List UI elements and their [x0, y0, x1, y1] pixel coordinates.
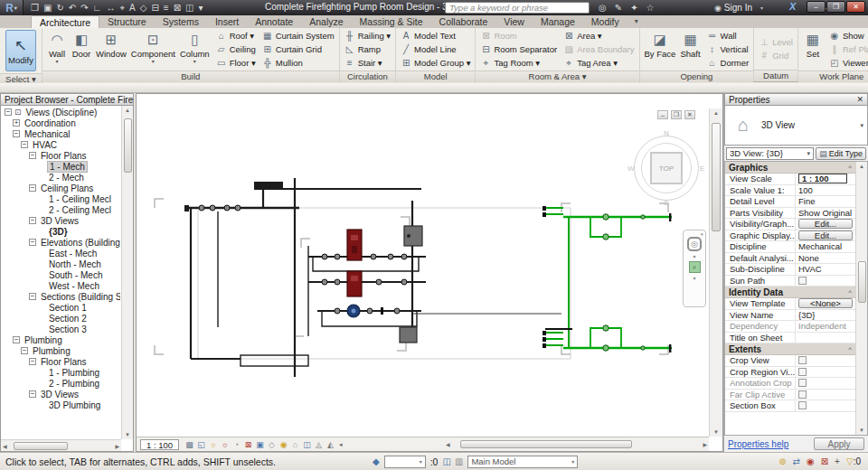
wall-button[interactable]: ═Wall [705, 29, 751, 42]
collapse-icon[interactable]: − [29, 217, 36, 224]
button-view-template[interactable]: <None> [798, 298, 853, 308]
close-button[interactable]: ✕ [846, 1, 865, 13]
collapse-arrow-icon[interactable]: ◂ [339, 441, 343, 448]
grid-button[interactable]: #Grid [757, 49, 795, 62]
tab-view[interactable]: View [495, 15, 533, 28]
default-3d-view-icon[interactable]: ◇ [140, 0, 147, 15]
aligned-dimension-icon[interactable]: ↔ [106, 0, 115, 15]
tree-item-3d-views[interactable]: −3D Views [2, 215, 120, 226]
tab-manage[interactable]: Manage [533, 15, 583, 28]
vertical-button[interactable]: ↕Vertical [705, 42, 751, 56]
tab-systems[interactable]: Systems [155, 15, 207, 28]
checkbox-crop-region-vi[interactable] [798, 368, 807, 376]
button-visibility-graph[interactable]: Edit... [798, 219, 853, 229]
tab-analyze[interactable]: Analyze [301, 15, 351, 28]
sun-settings-icon[interactable]: ◔ [231, 440, 242, 449]
modify-button[interactable]: ↖ Modify [5, 30, 36, 71]
viewcube-south[interactable]: S [664, 199, 668, 207]
set-button[interactable]: ▦Set [801, 29, 825, 70]
worksharing-display-icon[interactable]: ◫ [301, 440, 313, 449]
sign-in-button[interactable]: ◉Sign In▾ [714, 0, 763, 15]
panel-label-datum[interactable]: Datum [754, 70, 797, 81]
exclude-options-icon[interactable]: ⊠ [821, 456, 828, 466]
checkbox-far-clip-active[interactable] [798, 390, 807, 399]
editable-only-icon[interactable]: ⊚ [778, 456, 786, 466]
checkbox-annotation-crop[interactable] [798, 379, 807, 387]
pin-icon[interactable]: ◉ [807, 456, 815, 466]
level-button[interactable]: ⊥Level [757, 35, 795, 49]
by-face-button[interactable]: ◪By Face [643, 29, 678, 70]
crop-view-icon[interactable]: ⊠ [242, 440, 254, 449]
column-button[interactable]: ▯Column▾ [178, 29, 212, 70]
exchange-apps-button[interactable]: X [789, 1, 796, 12]
browser-horizontal-scrollbar[interactable]: ◀▶ [1, 439, 121, 451]
tab-architecture[interactable]: Architecture [31, 15, 99, 28]
tree-item-sections-building-s[interactable]: −Sections (Building S [2, 291, 120, 302]
value-detail-level[interactable]: Fine [798, 196, 815, 206]
viewport-vertical-scrollbar[interactable]: ▲▼ [709, 108, 722, 437]
view-restore-icon[interactable]: ❐ [671, 110, 682, 119]
component-button[interactable]: ⊡Component▾ [129, 29, 177, 70]
panel-label-work-plane[interactable]: Work Plane [798, 70, 868, 82]
value-view-scale[interactable]: 1 : 100 [798, 174, 847, 183]
door-button[interactable]: ◧Door [70, 29, 93, 70]
viewcube-west[interactable]: W [627, 164, 635, 173]
tab-insert[interactable]: Insert [207, 15, 247, 28]
tab-annotate[interactable]: Annotate [247, 15, 301, 28]
tree-item-floor-plans[interactable]: −Floor Plans [2, 356, 120, 367]
value-default-analysi[interactable]: None [798, 253, 819, 263]
undo-icon[interactable]: ↶ [69, 0, 76, 15]
temporary-hide-icon[interactable]: ⌂ [289, 440, 301, 449]
collapse-icon[interactable]: − [29, 184, 36, 192]
viewer-button[interactable]: ◰Viewer [827, 56, 868, 70]
ref-plane-button[interactable]: ∥Ref Plane [827, 42, 868, 56]
tree-item-north-mech[interactable]: North - Mech [2, 258, 120, 269]
application-menu-button[interactable]: R▾ [0, 0, 24, 15]
panel-label-model[interactable]: Model [396, 70, 475, 82]
search-input[interactable]: Type a keyword or phrase [445, 2, 590, 14]
zoom-icon[interactable]: ⌕ [689, 261, 701, 273]
view-close-icon[interactable]: ✕ [684, 110, 695, 119]
analysis-display-icon[interactable]: ◭ [325, 440, 336, 449]
collapse-icon[interactable]: − [29, 293, 36, 300]
curtain-system-button[interactable]: ▦Curtain System [260, 29, 336, 42]
collapse-icon[interactable]: − [5, 108, 12, 116]
sun-path-icon[interactable]: ☼ [207, 440, 219, 449]
checkbox-section-box[interactable] [798, 401, 807, 409]
view-minimize-icon[interactable]: ‒ [657, 110, 668, 119]
chevron-down-icon[interactable]: ▾ [693, 253, 695, 259]
collapse-icon[interactable]: − [29, 152, 36, 159]
visual-style-icon[interactable]: ◱ [195, 440, 207, 449]
show-button[interactable]: ◉Show [827, 29, 868, 42]
subscription-icon[interactable]: ✎ [615, 3, 622, 13]
browser-vertical-scrollbar[interactable]: ▲▼ [121, 106, 133, 439]
section-graphics[interactable]: Graphics^ [725, 162, 855, 174]
expand-icon[interactable]: + [13, 119, 20, 127]
worksets-icon[interactable]: ◆ [373, 456, 380, 466]
design-option-dropdown[interactable]: Main Model▾ [467, 456, 578, 468]
viewcube[interactable]: N S W E TOP [627, 128, 706, 208]
tab-massing-site[interactable]: Massing & Site [352, 15, 431, 28]
apply-button[interactable]: Apply [814, 437, 864, 450]
redo-icon[interactable]: ↷ [80, 0, 88, 15]
pin-icon[interactable]: ^ [848, 288, 852, 296]
tree-item-3d[interactable]: {3D} [2, 226, 120, 237]
pin-icon[interactable]: ^ [848, 345, 852, 353]
sync-icon[interactable]: ↻ [56, 0, 63, 15]
floor-button[interactable]: ▭Floor ▾ [214, 56, 258, 70]
tab-collaborate[interactable]: Collaborate [431, 15, 496, 28]
panel-label-room-area[interactable]: Room & Area ▾ [476, 70, 638, 82]
window-button[interactable]: ⊞Window [94, 29, 128, 70]
maximize-button[interactable]: ❐ [826, 1, 845, 13]
instance-selector[interactable]: 3D View: {3D} ▾ [726, 147, 814, 160]
ceiling-button[interactable]: ▱Ceiling [214, 42, 258, 56]
customize-qat-icon[interactable]: ▾ [198, 0, 203, 15]
roof-button[interactable]: ⌂Roof ▾ [214, 29, 258, 42]
workset-display-icon[interactable]: ▥ [455, 456, 463, 466]
collapse-icon[interactable]: − [29, 358, 36, 365]
detail-level-icon[interactable]: ▩ [184, 440, 195, 449]
design-options-icon[interactable]: ◫ [442, 456, 450, 466]
viewport-horizontal-scrollbar[interactable]: ◀▶ [444, 437, 709, 451]
open-icon[interactable]: ❐ [31, 0, 39, 15]
tree-item-1-plumbing[interactable]: 1 - Plumbing [2, 367, 120, 378]
